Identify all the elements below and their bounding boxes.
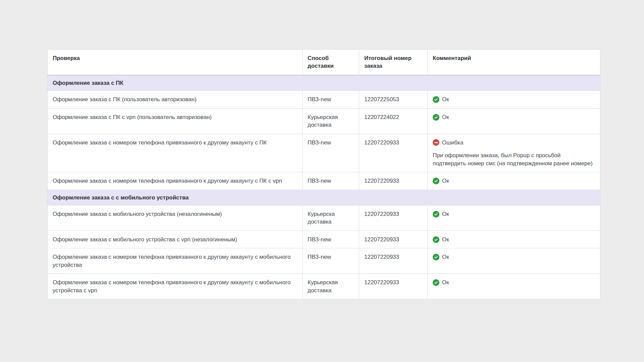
check-cell: Оформление заказа с номером телефона при…: [48, 134, 303, 172]
check-cell: Оформление заказа с ПК с vpn (пользовате…: [48, 108, 303, 134]
comment-cell: Ок: [428, 231, 600, 248]
order-cell: 12207220933: [359, 205, 428, 231]
table-row: Оформление заказа с мобильного устройств…: [48, 231, 600, 248]
status-label: Ок: [442, 210, 449, 218]
comment-cell: Ок: [428, 91, 600, 108]
col-header-check: Проверка: [48, 50, 303, 75]
table-row: Оформление заказа с мобильного устройств…: [48, 205, 600, 231]
check-circle-icon: [433, 279, 439, 286]
comment-cell: Ок: [428, 205, 600, 231]
check-cell: Оформление заказа с ПК (пользователь авт…: [48, 91, 303, 108]
check-circle-icon: [433, 211, 439, 218]
table-row: Оформление заказа с ПК (пользователь авт…: [48, 91, 600, 108]
status-badge: Ок: [433, 253, 595, 261]
order-cell: 12207225053: [359, 91, 428, 108]
delivery-cell: ПВЗ-new: [303, 91, 359, 108]
status-badge: Ок: [433, 113, 595, 121]
col-header-order-number: Итоговый номер заказа: [359, 50, 428, 75]
check-circle-icon: [433, 236, 439, 243]
status-badge: Ок: [433, 177, 595, 185]
delivery-cell: ПВЗ-new: [303, 134, 359, 172]
section-row-mobile: Оформление заказа с с мобильного устройс…: [48, 190, 600, 205]
order-cell: 12207220933: [359, 274, 428, 299]
status-badge: Ошибка: [433, 139, 595, 146]
comment-cell: Ошибка При оформлении заказа, был Popup …: [428, 134, 600, 172]
status-label: Ок: [442, 253, 449, 261]
status-badge: Ок: [433, 210, 595, 218]
delivery-cell: ПВЗ-new: [303, 172, 359, 190]
check-circle-icon: [433, 178, 439, 184]
test-report-table: Проверка Способ доставки Итоговый номер …: [47, 49, 600, 299]
status-label: Ок: [442, 96, 449, 103]
status-badge: Ок: [433, 279, 595, 286]
status-label: Ок: [442, 177, 449, 185]
check-cell: Оформление заказа с номером телефона при…: [48, 172, 303, 190]
status-label: Ок: [442, 236, 449, 243]
comment-cell: Ок: [428, 274, 600, 299]
order-cell: 12207220933: [359, 231, 428, 248]
order-cell: 12207220933: [359, 134, 428, 172]
report-table-container: Проверка Способ доставки Итоговый номер …: [47, 49, 600, 299]
section-title: Оформление заказа с ПК: [48, 75, 600, 91]
delivery-cell: ПВЗ-new: [303, 248, 359, 274]
col-header-delivery: Способ доставки: [303, 50, 359, 75]
status-label: Ошибка: [442, 139, 463, 146]
check-circle-icon: [433, 114, 439, 121]
section-row-pc: Оформление заказа с ПК: [48, 75, 600, 91]
check-cell: Оформление заказа с номером телефона при…: [48, 274, 303, 299]
status-badge: Ок: [433, 96, 595, 103]
minus-bar: [434, 142, 438, 143]
check-circle-icon: [433, 96, 439, 103]
check-circle-icon: [433, 254, 439, 260]
delivery-cell: Курьерска доставка: [303, 205, 359, 231]
table-header-row: Проверка Способ доставки Итоговый номер …: [48, 50, 600, 75]
delivery-cell: Курьерская доставка: [303, 108, 359, 134]
status-label: Ок: [442, 113, 449, 121]
col-header-comment: Комментарий: [428, 50, 600, 75]
comment-cell: Ок: [428, 108, 600, 134]
table-row: Оформление заказа с номером телефона при…: [48, 248, 600, 274]
check-cell: Оформление заказа с номером телефона при…: [48, 248, 303, 274]
table-row: Оформление заказа с номером телефона при…: [48, 274, 600, 299]
table-row: Оформление заказа с номером телефона при…: [48, 172, 600, 190]
order-cell: 12207220933: [359, 172, 428, 190]
check-cell: Оформление заказа с мобильного устройств…: [48, 231, 303, 248]
order-cell: 12207220933: [359, 248, 428, 274]
error-comment: При оформлении заказа, был Popup с прось…: [433, 152, 595, 167]
status-badge: Ок: [433, 236, 595, 243]
order-cell: 12207224022: [359, 108, 428, 134]
status-label: Ок: [442, 279, 449, 286]
table-row: Оформление заказа с номером телефона при…: [48, 134, 600, 172]
check-cell: Оформление заказа с мобильного устройств…: [48, 205, 303, 231]
minus-circle-icon: [433, 139, 439, 146]
section-title: Оформление заказа с с мобильного устройс…: [48, 190, 600, 205]
delivery-cell: Курьерская доставка: [303, 274, 359, 299]
delivery-cell: ПВЗ-new: [303, 231, 359, 248]
comment-cell: Ок: [428, 248, 600, 274]
comment-cell: Ок: [428, 172, 600, 190]
table-row: Оформление заказа с ПК с vpn (пользовате…: [48, 108, 600, 134]
